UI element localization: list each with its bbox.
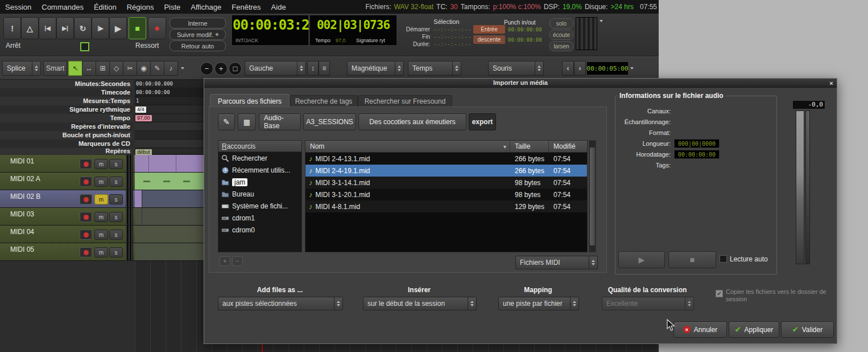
mesures-ruler-strip[interactable]: 1 [135,97,204,105]
track-name[interactable]: MIDI 02 A [10,175,40,183]
ruler-mesures[interactable]: Mesures:Temps [0,97,133,105]
minutes-ruler-strip[interactable]: 00:00:00.000 [135,80,204,88]
zoom-in-button[interactable]: + [214,62,228,75]
copier-checkbox[interactable]: ✔ [716,290,723,297]
solo-button[interactable]: solo [549,18,573,28]
location-bar-button[interactable]: ▦ [238,113,256,130]
track-header-midi-02b[interactable]: MIDI 02 B m s [0,190,135,208]
mapping-combo[interactable]: une piste par fichier [498,297,579,310]
track-name[interactable]: MIDI 04 [10,228,34,236]
mute-button[interactable]: m [94,230,108,240]
loop-button[interactable]: ↻ [74,17,92,39]
track-header-midi-01[interactable]: MIDI 01 m s [0,155,135,173]
timeline-canvas[interactable] [135,261,204,344]
solo-button[interactable]: s [109,177,123,187]
selection-end-clock[interactable]: --:--:--:-- [433,34,471,40]
longueur-clock[interactable]: 000|00|0000 [674,139,720,148]
zoom-out-button[interactable]: − [200,62,213,75]
nudge-forward-button[interactable]: › [574,61,586,76]
add-files-combo[interactable]: aux pistes sélectionnées [218,297,343,310]
snap-mode-combo[interactable]: Magnétique [347,61,404,76]
mute-button[interactable]: m [94,247,108,257]
ruler-reperes[interactable]: Repères [0,148,133,154]
tempo-marker[interactable]: 97,00 [135,115,152,121]
record-enable-button[interactable] [80,159,92,169]
file-list-scrollbar[interactable] [589,140,596,252]
track-name[interactable]: MIDI 05 [10,245,34,253]
valider-button[interactable]: ✔ Valider [781,321,834,338]
edit-point-combo[interactable]: Souris [488,61,544,76]
gain-readout[interactable]: -0,0 [793,101,825,109]
mute-button[interactable]: m [94,194,108,204]
menu-piste[interactable]: Piste [159,3,185,11]
shortcut-rechercher[interactable]: Rechercher [218,152,301,164]
play-button[interactable]: ▶ [109,17,127,39]
ruler-strips[interactable]: 00:00:00.000 00:00:00:00 1 4/4 97,00 déb… [135,80,204,154]
track-name[interactable]: MIDI 02 B [10,193,40,200]
tab-recherche-tags[interactable]: Recherche de tags [290,95,358,108]
solo-button[interactable]: s [109,230,123,240]
ruler-minutes[interactable]: Minutes:Secondes [0,80,133,88]
go-to-end-button[interactable]: ▶| [56,17,74,39]
signature-marker[interactable]: 4/4 [135,107,146,113]
selection-length-clock[interactable]: --:--:--:-- [433,41,471,47]
primary-clock[interactable]: 00:00:03:28 INT/JACK [232,15,308,45]
ruler-intervalles[interactable]: Repères d'intervalle [0,122,133,131]
ruler-timecode[interactable]: Timecode [0,88,133,97]
range-tool-button[interactable]: ↔ [82,61,96,76]
midi-region[interactable] [135,190,204,208]
signature-ruler-strip[interactable]: 4/4 [135,105,204,114]
track-header-midi-03[interactable]: MIDI 03 m s [0,208,135,226]
auto-return-button[interactable]: Retour auto [170,40,226,51]
midi-region[interactable] [135,226,204,243]
tab-freesound[interactable]: Rechercher sur Freesound [358,95,452,108]
menu-aide[interactable]: Aide [266,3,291,11]
sync-source-button[interactable]: Interne [170,18,226,28]
scrollbar-thumb[interactable] [590,148,595,245]
qualite-combo[interactable]: Excellente [602,297,694,310]
reperes-ruler-strip[interactable]: début [135,148,204,154]
nudge-clock[interactable]: 00:00:05:00 [587,62,628,75]
path-audio-base-button[interactable]: Audio-Base [259,113,301,130]
file-row-selected[interactable]: ♪MIDI 2-4-19.1.mid 266 bytes 07:54 [305,165,587,177]
cut-tool-button[interactable]: ✂ [123,61,137,76]
midi-region[interactable] [135,155,204,173]
solo-button[interactable]: s [109,247,123,257]
path-export-button[interactable]: export [469,113,496,130]
go-to-start-button[interactable]: |◀ [39,17,56,39]
audition-tool-button[interactable]: ◉ [137,61,151,76]
path-a3-sessions-button[interactable]: A3_SESSIONS [303,113,356,130]
timeline-bottom-strip[interactable] [135,344,659,352]
solo-button[interactable]: s [109,212,123,222]
punch-in-button[interactable]: Entrée [473,25,505,34]
menu-affichage[interactable]: Affichage [185,3,226,11]
grab-tool-button[interactable]: ↖ [68,61,82,76]
file-filter-combo[interactable]: Fichiers MIDI [515,256,598,269]
midi-region[interactable] [135,243,204,261]
record-button[interactable]: ● [148,17,166,39]
shortcut-recent[interactable]: Récemment utilis... [218,164,301,176]
draw-tool-button[interactable]: ✎ [150,61,164,76]
ruler-signature[interactable]: Signature rythmique [0,105,133,114]
column-nom[interactable]: Nom ▾ [305,141,510,152]
menu-commandes[interactable]: Commandes [36,3,89,11]
path-session-button[interactable]: Des cocotiers aux émeutiers [358,113,466,130]
cd-ruler-strip[interactable] [135,140,204,148]
midi-panic-button[interactable]: ! [3,17,21,39]
intervalles-ruler-strip[interactable] [135,122,204,131]
record-enable-button[interactable] [80,194,92,204]
record-enable-button[interactable] [80,247,92,257]
tempo-ruler-strip[interactable]: 97,00 [135,114,204,122]
shortcut-cdrom1[interactable]: cdrom1 [218,212,301,224]
ruler-tempo[interactable]: Tempo [0,114,133,122]
solo-button[interactable]: s [109,159,123,169]
boucle-ruler-strip[interactable] [135,131,204,140]
type-filename-button[interactable]: ✎ [218,113,235,130]
record-enable-button[interactable] [80,177,92,187]
tools-overflow-icon[interactable] [181,67,184,71]
nudge-back-button[interactable]: ‹ [562,61,574,76]
menu-edition[interactable]: Édition [89,3,122,11]
zoom-tool-button[interactable]: ⊞ [96,61,110,76]
preview-play-button[interactable]: ▶ [618,251,665,268]
preview-stop-button[interactable]: ■ [668,251,716,268]
